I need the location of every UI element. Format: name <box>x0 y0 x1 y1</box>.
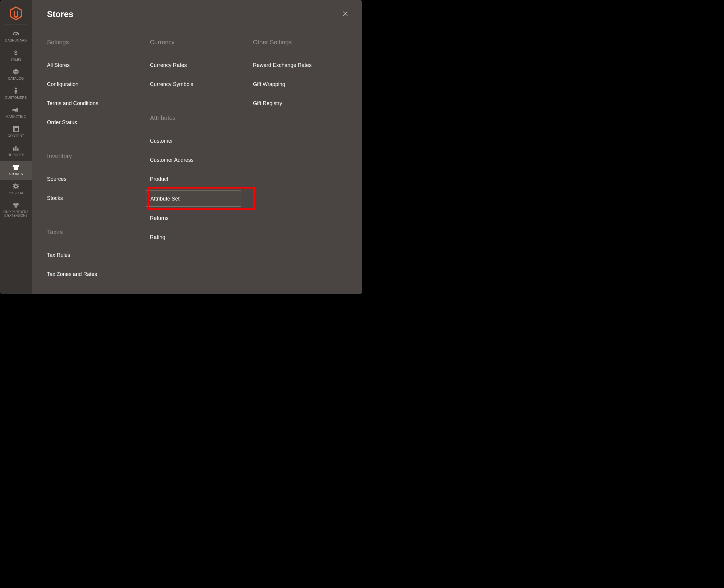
svg-rect-10 <box>14 167 18 170</box>
menu-link-stocks[interactable]: Stocks <box>47 195 144 202</box>
flyout-section-currency: CurrencyCurrency RatesCurrency Symbols <box>150 39 247 87</box>
svg-rect-8 <box>16 146 17 151</box>
svg-rect-5 <box>13 126 19 128</box>
svg-rect-7 <box>13 148 15 151</box>
blocks-icon <box>13 202 19 209</box>
svg-rect-14 <box>16 188 16 189</box>
box-icon <box>13 69 19 75</box>
flyout-title: Stores <box>47 9 73 19</box>
flyout-column: CurrencyCurrency RatesCurrency SymbolsAt… <box>150 39 247 290</box>
admin-sidebar: DASHBOARD$SALESCATALOGCUSTOMERSMARKETING… <box>0 0 32 294</box>
sidebar-item-label: CONTENT <box>7 134 24 138</box>
menu-link-currency-rates[interactable]: Currency Rates <box>150 62 247 68</box>
flyout-column: Other SettingsReward Exchange RatesGift … <box>253 39 350 290</box>
section-title: Inventory <box>47 153 144 160</box>
menu-link-customer-address[interactable]: Customer Address <box>150 157 247 163</box>
menu-link-currency-symbols[interactable]: Currency Symbols <box>150 81 247 87</box>
close-button[interactable] <box>341 9 350 19</box>
sidebar-item-sales[interactable]: $SALES <box>0 47 32 66</box>
section-title: Taxes <box>47 229 144 236</box>
menu-link-customer[interactable]: Customer <box>150 138 247 144</box>
svg-rect-1 <box>16 33 18 35</box>
admin-window: DASHBOARD$SALESCATALOGCUSTOMERSMARKETING… <box>0 0 362 294</box>
sidebar-item-customers[interactable]: CUSTOMERS <box>0 85 32 104</box>
sidebar-item-label: DASHBOARD <box>5 39 27 42</box>
svg-rect-6 <box>13 128 15 131</box>
sidebar-item-label: CUSTOMERS <box>5 96 27 100</box>
sidebar-item-label-2: & EXTENSIONS <box>4 214 27 217</box>
svg-rect-20 <box>17 188 19 189</box>
flyout-section-taxes: TaxesTax RulesTax Zones and Rates <box>47 229 144 277</box>
magento-logo-icon <box>10 6 22 21</box>
close-icon <box>342 10 349 17</box>
menu-link-all-stores[interactable]: All Stores <box>47 62 144 68</box>
sidebar-item-stores[interactable]: STORES <box>0 161 32 180</box>
menu-link-returns[interactable]: Returns <box>150 215 247 222</box>
menu-link-product[interactable]: Product <box>150 176 247 182</box>
bar-chart-icon <box>13 145 19 151</box>
sidebar-item-reports[interactable]: REPORTS <box>0 142 32 161</box>
sidebar-item-content[interactable]: CONTENT <box>0 123 32 142</box>
section-title: Attributes <box>150 114 247 122</box>
gear-icon <box>13 183 19 190</box>
sidebar-item-label: STORES <box>9 172 23 176</box>
sidebar-item-label: REPORTS <box>7 153 24 157</box>
flyout-section-attributes: AttributesCustomerCustomer AddressProduc… <box>150 114 247 240</box>
svg-rect-9 <box>17 148 19 151</box>
svg-point-3 <box>15 87 17 89</box>
sidebar-item-label: FIND PARTNERS <box>3 210 28 214</box>
menu-link-attribute-set[interactable]: Attribute Set <box>146 191 241 207</box>
gauge-icon <box>13 30 19 37</box>
menu-link-gift-wrapping[interactable]: Gift Wrapping <box>253 81 350 87</box>
stores-flyout: Stores SettingsAll StoresConfigurationTe… <box>32 0 362 294</box>
menu-link-reward-exchange-rates[interactable]: Reward Exchange Rates <box>253 62 350 68</box>
section-title: Other Settings <box>253 39 350 46</box>
megaphone-icon <box>13 107 19 113</box>
flyout-column: SettingsAll StoresConfigurationTerms and… <box>47 39 144 290</box>
sidebar-item-label: SALES <box>10 58 22 62</box>
sidebar-item-find-partners[interactable]: FIND PARTNERS& EXTENSIONS <box>0 200 32 222</box>
dollar-icon: $ <box>14 50 18 56</box>
sidebar-item-marketing[interactable]: MARKETING <box>0 104 32 123</box>
menu-link-gift-registry[interactable]: Gift Registry <box>253 100 350 106</box>
layout-icon <box>13 126 19 132</box>
flyout-header: Stores <box>47 9 350 19</box>
menu-link-rating[interactable]: Rating <box>150 234 247 240</box>
menu-link-order-status[interactable]: Order Status <box>47 119 144 125</box>
storefront-icon <box>13 164 19 171</box>
svg-rect-16 <box>18 186 19 187</box>
menu-link-tax-rules[interactable]: Tax Rules <box>47 252 144 258</box>
section-title: Settings <box>47 39 144 46</box>
sidebar-item-catalog[interactable]: CATALOG <box>0 66 32 85</box>
flyout-section-settings: SettingsAll StoresConfigurationTerms and… <box>47 39 144 126</box>
svg-rect-19 <box>13 188 14 189</box>
flyout-columns: SettingsAll StoresConfigurationTerms and… <box>47 39 350 290</box>
menu-link-tax-zones-rates[interactable]: Tax Zones and Rates <box>47 271 144 277</box>
svg-text:$: $ <box>14 50 18 56</box>
sidebar-item-label: SYSTEM <box>9 191 23 195</box>
logo[interactable] <box>0 0 32 24</box>
sidebar-item-label: MARKETING <box>6 115 26 119</box>
menu-link-terms-and-conditions[interactable]: Terms and Conditions <box>47 100 144 106</box>
svg-rect-13 <box>16 183 16 185</box>
sidebar-item-system[interactable]: SYSTEM <box>0 180 32 200</box>
svg-rect-18 <box>17 184 19 185</box>
sidebar-item-label: CATALOG <box>8 77 24 81</box>
flyout-section-inventory: InventorySourcesStocks <box>47 153 144 202</box>
person-icon <box>14 88 18 94</box>
sidebar-item-dashboard[interactable]: DASHBOARD <box>0 27 32 47</box>
flyout-section-other-settings: Other SettingsReward Exchange RatesGift … <box>253 39 350 107</box>
svg-rect-15 <box>13 186 14 187</box>
section-title: Currency <box>150 39 247 46</box>
menu-link-sources[interactable]: Sources <box>47 176 144 182</box>
menu-link-configuration[interactable]: Configuration <box>47 81 144 87</box>
svg-point-12 <box>15 185 17 187</box>
